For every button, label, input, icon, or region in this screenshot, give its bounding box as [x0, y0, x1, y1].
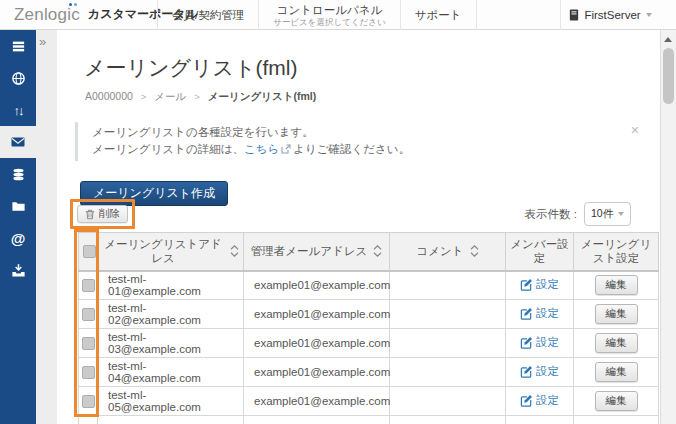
database-icon — [11, 167, 26, 182]
sidebar-expand-icon[interactable]: » — [39, 34, 46, 49]
breadcrumb-mail[interactable]: メール — [154, 90, 186, 102]
display-count-select[interactable]: 10件 — [584, 202, 631, 226]
ml-address-cell: test-ml-04@example.com — [98, 358, 244, 387]
details-link[interactable]: こちら — [244, 143, 279, 155]
mail-icon — [10, 134, 26, 150]
edit-icon — [520, 365, 533, 378]
admin-address-cell: example01@example.com — [244, 329, 390, 358]
vertical-scrollbar[interactable] — [660, 30, 676, 424]
ml-address-cell: test-ml-05@example.com — [98, 387, 244, 416]
table-row — [79, 416, 659, 424]
breadcrumb-separator: > — [194, 91, 200, 102]
zenlogic-logo: Zenlogic — [14, 5, 80, 25]
sidebar-item-database[interactable] — [0, 158, 36, 190]
edit-button[interactable]: 編集 — [595, 362, 638, 382]
header-admin-address[interactable]: 管理者メールアドレス — [244, 233, 390, 271]
edit-button[interactable]: 編集 — [595, 304, 638, 324]
table-row: test-ml-03@example.com example01@example… — [79, 329, 659, 358]
folder-icon — [11, 199, 26, 214]
breadcrumb-account[interactable]: A0000000 — [85, 90, 133, 102]
top-bar: Zenlogic カスタマーポータル 会員/契約管理 コントロールパネル サービ… — [0, 0, 676, 30]
top-nav: 会員/契約管理 コントロールパネル サービスを選択してください サポート — [157, 0, 477, 30]
sidebar-item-contracts[interactable] — [0, 30, 36, 62]
scrollbar-thumb[interactable] — [663, 48, 674, 104]
ml-address-cell: test-ml-02@example.com — [98, 300, 244, 329]
sort-icons[interactable] — [230, 245, 239, 257]
comment-cell — [390, 271, 506, 300]
sort-icons[interactable] — [470, 245, 479, 257]
ml-address-cell — [98, 416, 244, 424]
table-header-row: メーリングリストアドレス 管理者メールアドレス コメント メンバー設定 メーリン… — [79, 233, 659, 271]
edit-icon — [520, 394, 533, 407]
delete-button[interactable]: 削除 — [77, 205, 128, 223]
nav-support[interactable]: サポート — [400, 0, 477, 30]
display-count-label: 表示件数 : — [525, 207, 577, 222]
notice-box: メーリングリストの各種設定を行います。 メーリングリストの詳細は、こちらよりご確… — [75, 122, 641, 161]
display-count: 表示件数 : 10件 — [525, 202, 631, 226]
table-row: test-ml-04@example.com example01@example… — [79, 358, 659, 387]
edit-icon — [520, 278, 533, 291]
sort-icons[interactable] — [373, 245, 382, 257]
row-checkbox[interactable] — [82, 337, 95, 350]
trash-icon — [85, 209, 95, 220]
member-setting-link[interactable]: 設定 — [520, 277, 559, 292]
comment-cell — [390, 387, 506, 416]
table-row: test-ml-01@example.com example01@example… — [79, 271, 659, 300]
edit-button[interactable]: 編集 — [595, 275, 638, 295]
external-link-icon — [281, 142, 291, 159]
notice-line1: メーリングリストの各種設定を行います。 — [92, 124, 641, 141]
server-icon — [569, 9, 579, 21]
row-checkbox[interactable] — [82, 279, 95, 292]
chevron-down-icon — [618, 212, 624, 216]
admin-address-cell: example01@example.com — [244, 271, 390, 300]
header-ml-address[interactable]: メーリングリストアドレス — [98, 233, 244, 271]
header-member-setting: メンバー設定 — [506, 233, 574, 271]
select-all-header — [79, 233, 98, 271]
install-icon — [11, 263, 26, 278]
sidebar-item-transfer[interactable]: ↑↓ — [0, 94, 36, 126]
nav-control-panel[interactable]: コントロールパネル サービスを選択してください — [258, 0, 400, 30]
edit-button[interactable]: 編集 — [595, 333, 638, 353]
breadcrumb-current: メーリングリスト(fml) — [208, 90, 316, 102]
member-setting-link[interactable]: 設定 — [520, 393, 559, 408]
menu-list-icon — [11, 39, 26, 54]
member-setting-link[interactable]: 設定 — [520, 364, 559, 379]
member-setting-link[interactable]: 設定 — [520, 306, 559, 321]
scroll-up-icon[interactable] — [664, 37, 672, 42]
select-all-checkbox[interactable] — [83, 245, 96, 258]
close-icon[interactable]: × — [631, 122, 639, 139]
chevron-down-icon — [646, 13, 652, 17]
table-row: test-ml-02@example.com example01@example… — [79, 300, 659, 329]
comment-cell — [390, 329, 506, 358]
globe-icon — [11, 71, 26, 86]
admin-address-cell: example01@example.com — [244, 358, 390, 387]
page-title: メーリングリスト(fml) — [84, 54, 297, 82]
account-name: FirstServer — [584, 9, 640, 21]
account-menu[interactable]: FirstServer — [560, 0, 660, 30]
breadcrumb: A0000000 > メール > メーリングリスト(fml) — [85, 90, 316, 104]
ml-address-cell: test-ml-03@example.com — [98, 329, 244, 358]
comment-cell — [390, 300, 506, 329]
header-comment[interactable]: コメント — [390, 233, 506, 271]
edit-icon — [520, 336, 533, 349]
member-setting-link[interactable]: 設定 — [520, 335, 559, 350]
edit-button[interactable]: 編集 — [595, 391, 638, 411]
sidebar-item-files[interactable] — [0, 190, 36, 222]
main-content: メーリングリスト(fml) A0000000 > メール > メーリングリスト(… — [57, 30, 660, 424]
table-row: test-ml-05@example.com example01@example… — [79, 387, 659, 416]
logo-dot-icon — [69, 3, 72, 6]
nav-member-contract[interactable]: 会員/契約管理 — [157, 0, 258, 30]
sidebar: ↑↓ @ — [0, 30, 36, 424]
row-checkbox[interactable] — [82, 395, 95, 408]
logo-dot-icon — [74, 3, 77, 6]
row-checkbox[interactable] — [82, 308, 95, 321]
sidebar-item-install[interactable] — [0, 254, 36, 286]
admin-address-cell: example01@example.com — [244, 300, 390, 329]
delete-button-highlight: 削除 — [70, 199, 135, 229]
sidebar-item-email-settings[interactable]: @ — [0, 222, 36, 254]
sidebar-item-mail[interactable] — [0, 126, 36, 158]
row-checkbox[interactable] — [82, 366, 95, 379]
sidebar-item-web[interactable] — [0, 62, 36, 94]
sidebar-gutter: » — [36, 30, 57, 424]
comment-cell — [390, 358, 506, 387]
